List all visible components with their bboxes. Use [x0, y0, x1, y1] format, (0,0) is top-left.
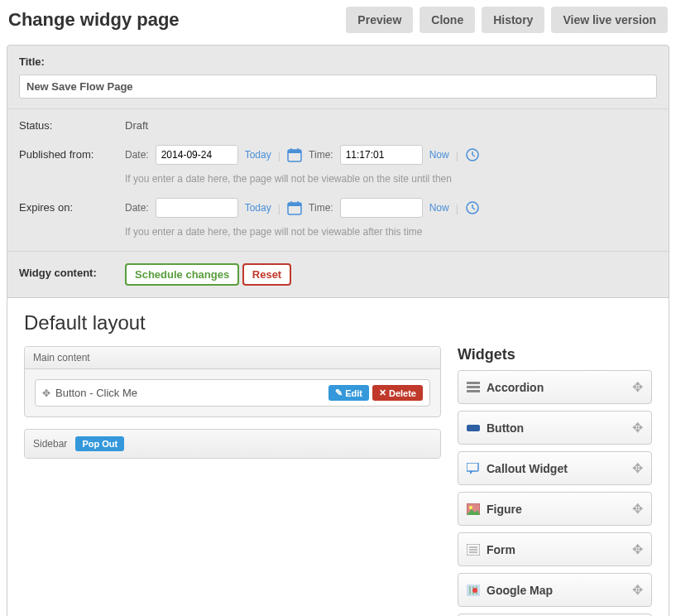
- svg-rect-8: [288, 203, 301, 206]
- expires-help-text: If you enter a date here, the page will …: [125, 226, 657, 238]
- svg-rect-15: [467, 386, 480, 388]
- expires-today-link[interactable]: Today: [245, 202, 271, 214]
- svg-rect-16: [467, 390, 480, 392]
- view-live-button[interactable]: View live version: [551, 7, 668, 33]
- status-value: Draft: [125, 116, 148, 132]
- date-label: Date:: [125, 149, 149, 161]
- widget-palette-accordion[interactable]: Accordion✥: [458, 370, 652, 404]
- widget-item-button[interactable]: ✥ Button - Click Me ✎Edit ✕Delete: [35, 379, 430, 407]
- widget-palette-label: Form: [487, 543, 515, 556]
- title-label: Title:: [19, 55, 657, 68]
- widget-palette-callout[interactable]: Callout Widget✥: [458, 451, 652, 485]
- svg-rect-18: [467, 463, 478, 471]
- published-now-link[interactable]: Now: [429, 149, 449, 161]
- separator: |: [456, 202, 458, 214]
- page-title: Change widgy page: [8, 9, 180, 31]
- widget-item-label: Button - Click Me: [55, 387, 137, 399]
- published-date-input[interactable]: [156, 145, 238, 165]
- edit-button[interactable]: ✎Edit: [328, 385, 369, 401]
- reset-button[interactable]: Reset: [242, 263, 291, 286]
- separator: |: [456, 149, 458, 161]
- expires-now-link[interactable]: Now: [429, 202, 449, 214]
- drag-handle-icon[interactable]: ✥: [632, 582, 643, 598]
- preview-button[interactable]: Preview: [346, 7, 413, 33]
- pencil-icon: ✎: [335, 387, 343, 398]
- calendar-icon[interactable]: [287, 200, 302, 215]
- widget-palette-label: Callout Widget: [487, 462, 568, 475]
- date-label: Date:: [125, 202, 149, 214]
- expires-on-label: Expires on:: [19, 198, 125, 214]
- svg-rect-14: [467, 382, 480, 384]
- published-time-input[interactable]: [340, 145, 423, 165]
- widgy-content-label: Widgy content:: [19, 263, 125, 279]
- move-icon[interactable]: ✥: [42, 387, 50, 399]
- clock-icon[interactable]: [465, 200, 480, 215]
- published-from-label: Published from:: [19, 145, 125, 161]
- layout-title: Default layout: [24, 311, 652, 334]
- sidebar-region: Sidebar Pop Out: [24, 429, 441, 459]
- pop-out-button[interactable]: Pop Out: [75, 436, 124, 451]
- svg-line-6: [472, 155, 475, 156]
- clock-icon[interactable]: [465, 147, 480, 162]
- svg-line-13: [472, 208, 475, 209]
- svg-point-26: [472, 588, 477, 593]
- main-content-header: Main content: [25, 347, 440, 369]
- drag-handle-icon[interactable]: ✥: [632, 460, 643, 476]
- expires-time-input[interactable]: [340, 198, 423, 218]
- separator: |: [278, 202, 280, 214]
- svg-point-20: [469, 506, 472, 509]
- widget-palette-figure[interactable]: Figure✥: [458, 492, 652, 526]
- map-icon: [467, 585, 480, 596]
- main-content-region: Main content ✥ Button - Click Me ✎Edit ✕…: [24, 346, 441, 417]
- drag-handle-icon[interactable]: ✥: [632, 541, 643, 557]
- widgets-title: Widgets: [458, 346, 652, 363]
- published-today-link[interactable]: Today: [245, 149, 271, 161]
- widget-palette-label: Button: [487, 421, 524, 435]
- widget-palette-label: Google Map: [487, 584, 553, 597]
- button-icon: [467, 422, 480, 434]
- history-button[interactable]: History: [482, 7, 544, 33]
- figure-icon: [467, 503, 480, 515]
- accordion-icon: [467, 382, 480, 393]
- clone-button[interactable]: Clone: [420, 7, 475, 33]
- widget-palette-map[interactable]: Google Map✥: [458, 573, 652, 607]
- delete-widget-button[interactable]: ✕Delete: [372, 385, 423, 401]
- svg-rect-17: [467, 425, 480, 431]
- drag-handle-icon[interactable]: ✥: [632, 379, 643, 395]
- sidebar-header: Sidebar: [33, 438, 67, 450]
- time-label: Time:: [309, 149, 333, 161]
- drag-handle-icon[interactable]: ✥: [632, 420, 643, 436]
- widget-palette-label: Accordion: [487, 381, 544, 394]
- form-icon: [467, 544, 480, 556]
- widget-palette-button[interactable]: Button✥: [458, 411, 652, 445]
- svg-rect-1: [288, 150, 301, 153]
- widget-palette-label: Figure: [487, 503, 522, 516]
- separator: |: [278, 149, 280, 161]
- schedule-changes-button[interactable]: Schedule changes: [125, 263, 239, 286]
- title-input[interactable]: [19, 75, 657, 99]
- published-help-text: If you enter a date here, the page will …: [125, 173, 657, 185]
- time-label: Time:: [309, 202, 333, 214]
- status-label: Status:: [19, 116, 125, 132]
- close-icon: ✕: [379, 387, 386, 398]
- callout-icon: [467, 463, 480, 474]
- widget-palette-form[interactable]: Form✥: [458, 532, 652, 566]
- calendar-icon[interactable]: [287, 147, 302, 162]
- drag-handle-icon[interactable]: ✥: [632, 501, 643, 517]
- expires-date-input[interactable]: [156, 198, 238, 218]
